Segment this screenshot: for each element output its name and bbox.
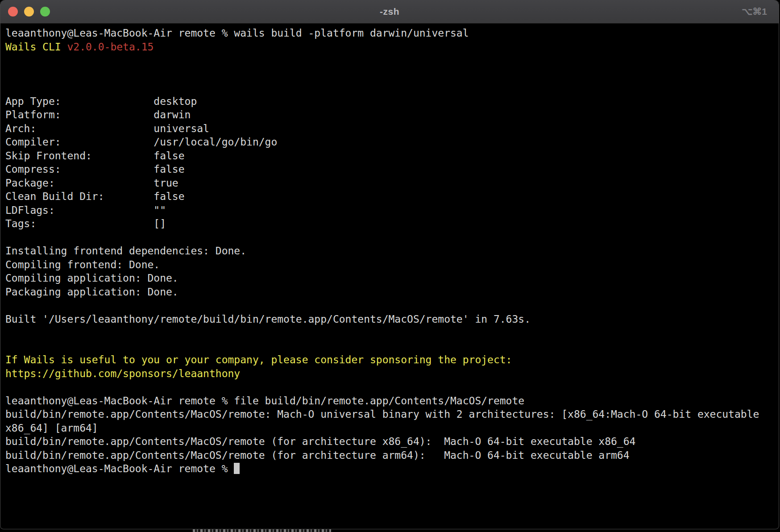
terminal-text-segment: Arch: universal xyxy=(5,123,209,134)
terminal-text-segment: Compiling frontend: Done. xyxy=(5,259,160,270)
terminal-line: build/bin/remote.app/Contents/MacOS/remo… xyxy=(5,435,779,449)
terminal-text-segment: If Wails is useful to you or your compan… xyxy=(5,354,512,366)
terminal-line: LDFlags: "" xyxy=(5,204,779,217)
terminal-text-segment: Tags: [] xyxy=(5,218,166,229)
terminal-text-segment: x86_64] [arm64] xyxy=(5,422,98,434)
terminal-text-segment: Packaging application: Done. xyxy=(5,286,178,298)
terminal-line: x86_64] [arm64] xyxy=(5,421,779,435)
terminal-line: If Wails is useful to you or your compan… xyxy=(5,353,779,367)
terminal-line: App Type: desktop xyxy=(5,95,779,108)
terminal-line: Platform: darwin xyxy=(5,108,779,122)
terminal-text-segment: Compress: false xyxy=(5,163,185,175)
terminal-text-segment: Compiler: /usr/local/go/bin/go xyxy=(5,136,277,148)
terminal-line: Clean Build Dir: false xyxy=(5,190,779,204)
terminal-line: Compress: false xyxy=(5,162,779,176)
terminal-text-segment: build/bin/remote.app/Contents/MacOS/remo… xyxy=(5,449,630,461)
terminal-text-segment: Platform: darwin xyxy=(5,109,191,121)
terminal-text-segment: leaanthony@Leas-MacBook-Air remote % wai… xyxy=(5,27,469,39)
terminal-line: Tags: [] xyxy=(5,217,779,231)
terminal-text-segment: build/bin/remote.app/Contents/MacOS/remo… xyxy=(5,436,635,447)
terminal-text-segment: Skip Frontend: false xyxy=(5,150,185,162)
terminal-cursor xyxy=(234,463,240,474)
terminal-text-segment: v2.0.0-beta.15 xyxy=(67,41,154,53)
window-title: -zsh xyxy=(0,6,779,17)
terminal-line: build/bin/remote.app/Contents/MacOS/remo… xyxy=(5,407,779,421)
terminal-text-segment: leaanthony@Leas-MacBook-Air remote % xyxy=(5,463,234,474)
terminal-text-segment: LDFlags: "" xyxy=(5,204,166,216)
terminal-text-segment: Clean Build Dir: false xyxy=(5,191,185,202)
terminal-line: Installing frontend dependencies: Done. xyxy=(5,244,779,258)
terminal-line xyxy=(5,54,779,67)
terminal-text-segment: build/bin/remote.app/Contents/MacOS/remo… xyxy=(5,408,759,420)
terminal-window: -zsh ⌥⌘1 leaanthony@Leas-MacBook-Air rem… xyxy=(0,0,779,529)
terminal-text-segment: Compiling application: Done. xyxy=(5,272,178,284)
terminal-line: Compiler: /usr/local/go/bin/go xyxy=(5,135,779,149)
terminal-text-segment: leaanthony@Leas-MacBook-Air remote % fil… xyxy=(5,395,524,407)
terminal-line: leaanthony@Leas-MacBook-Air remote % fil… xyxy=(5,394,779,408)
terminal-text-segment: https://github.com/sponsors/leaanthony xyxy=(5,368,240,379)
terminal-line xyxy=(5,67,779,81)
terminal-line: Compiling application: Done. xyxy=(5,271,779,285)
terminal-line xyxy=(5,81,779,95)
terminal-text-segment: Installing frontend dependencies: Done. xyxy=(5,245,246,257)
terminal-line: https://github.com/sponsors/leaanthony xyxy=(5,367,779,381)
terminal-line: leaanthony@Leas-MacBook-Air remote % wai… xyxy=(5,26,779,40)
terminal-line xyxy=(5,326,779,340)
terminal-line: Skip Frontend: false xyxy=(5,149,779,163)
terminal-text-segment: App Type: desktop xyxy=(5,96,197,107)
terminal-line: build/bin/remote.app/Contents/MacOS/remo… xyxy=(5,449,779,462)
terminal-line: Built '/Users/leaanthony/remote/build/bi… xyxy=(5,312,779,326)
terminal-line: Package: true xyxy=(5,176,779,190)
window-titlebar[interactable]: -zsh ⌥⌘1 xyxy=(0,0,779,24)
terminal-screen[interactable]: leaanthony@Leas-MacBook-Air remote % wai… xyxy=(0,24,779,476)
terminal-text-segment: Package: true xyxy=(5,177,178,189)
terminal-line: Compiling frontend: Done. xyxy=(5,258,779,272)
terminal-text-segment: Built '/Users/leaanthony/remote/build/bi… xyxy=(5,313,531,325)
terminal-line xyxy=(5,380,779,394)
terminal-line: Packaging application: Done. xyxy=(5,285,779,299)
terminal-line: leaanthony@Leas-MacBook-Air remote % xyxy=(5,462,779,476)
tab-shortcut-badge: ⌥⌘1 xyxy=(742,0,767,23)
terminal-line xyxy=(5,299,779,312)
terminal-line xyxy=(5,340,779,353)
terminal-line xyxy=(5,231,779,245)
terminal-line: Arch: universal xyxy=(5,122,779,136)
terminal-text-segment: Wails CLI xyxy=(5,41,67,53)
terminal-line: Wails CLI v2.0.0-beta.15 xyxy=(5,40,779,54)
